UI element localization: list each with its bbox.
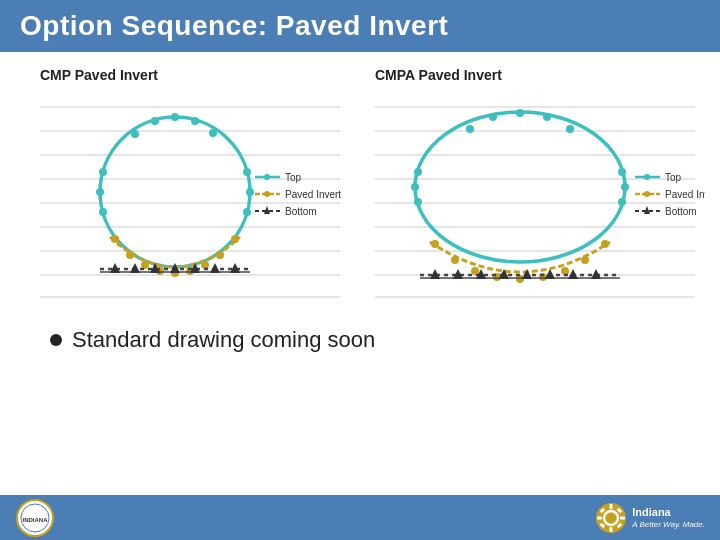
footer: INDIANA Indiana A Better Way. Made. xyxy=(0,495,720,540)
charts-row: CMP Paved Invert xyxy=(30,67,690,307)
cmpa-chart-title: CMPA Paved Invert xyxy=(365,67,502,83)
svg-point-67 xyxy=(621,183,629,191)
cmpa-chart-area: Top Paved Invert Bottom xyxy=(365,87,685,307)
svg-point-12 xyxy=(171,113,179,121)
cmp-chart-title: CMP Paved Invert xyxy=(30,67,158,83)
cmpa-chart-block: CMPA Paved Invert xyxy=(365,67,690,307)
svg-point-64 xyxy=(411,183,419,191)
svg-marker-33 xyxy=(130,263,140,273)
page-header: Option Sequence: Paved Invert xyxy=(0,0,720,52)
svg-point-89 xyxy=(644,174,650,180)
header-title: Option Sequence: Paved Invert xyxy=(20,10,448,41)
cmp-chart-block: CMP Paved Invert xyxy=(30,67,355,307)
svg-point-77 xyxy=(601,240,609,248)
bullet-section: Standard drawing coming soon xyxy=(30,327,690,353)
svg-text:Bottom: Bottom xyxy=(665,206,697,217)
svg-text:Paved Invert: Paved Invert xyxy=(665,189,705,200)
indiana-branding: Indiana A Better Way. Made. xyxy=(632,506,705,528)
svg-text:Paved Invert: Paved Invert xyxy=(285,189,341,200)
svg-marker-37 xyxy=(210,263,220,273)
svg-point-11 xyxy=(151,117,159,125)
svg-point-14 xyxy=(209,129,217,137)
svg-point-17 xyxy=(99,208,107,216)
state-seal-logo: INDIANA xyxy=(15,499,55,537)
svg-point-69 xyxy=(431,240,439,248)
svg-point-58 xyxy=(466,125,474,133)
svg-point-60 xyxy=(516,109,524,117)
indiana-label: Indiana xyxy=(632,506,705,519)
footer-right-logo: Indiana A Better Way. Made. xyxy=(595,502,705,534)
gear-icon xyxy=(595,502,627,534)
cmp-chart-svg: Top Paved Invert Bottom xyxy=(30,87,350,307)
svg-point-92 xyxy=(644,191,650,197)
svg-text:Top: Top xyxy=(665,172,682,183)
svg-point-15 xyxy=(99,168,107,176)
svg-point-63 xyxy=(414,168,422,176)
svg-rect-105 xyxy=(620,516,625,519)
indiana-sub: A Better Way. Made. xyxy=(632,520,705,529)
svg-marker-86 xyxy=(568,269,578,279)
svg-text:Bottom: Bottom xyxy=(285,206,317,217)
bullet-text: Standard drawing coming soon xyxy=(72,327,375,353)
bullet-icon xyxy=(50,334,62,346)
svg-point-16 xyxy=(96,188,104,196)
svg-point-20 xyxy=(243,208,251,216)
svg-point-76 xyxy=(581,256,589,264)
svg-point-40 xyxy=(264,174,270,180)
svg-point-18 xyxy=(243,168,251,176)
svg-rect-104 xyxy=(597,516,602,519)
svg-rect-103 xyxy=(610,527,613,532)
svg-point-62 xyxy=(566,125,574,133)
cmp-chart-area: Top Paved Invert Bottom xyxy=(30,87,350,307)
svg-point-19 xyxy=(246,188,254,196)
svg-point-61 xyxy=(543,113,551,121)
svg-point-10 xyxy=(131,130,139,138)
svg-point-21 xyxy=(111,235,119,243)
svg-point-66 xyxy=(618,168,626,176)
svg-point-59 xyxy=(489,113,497,121)
svg-point-9 xyxy=(100,117,250,267)
cmpa-chart-svg: Top Paved Invert Bottom xyxy=(365,87,705,307)
svg-point-22 xyxy=(126,251,134,259)
svg-text:Top: Top xyxy=(285,172,302,183)
main-content: CMP Paved Invert xyxy=(0,52,720,363)
svg-point-28 xyxy=(216,251,224,259)
svg-point-70 xyxy=(451,256,459,264)
svg-point-68 xyxy=(618,198,626,206)
svg-point-43 xyxy=(264,191,270,197)
svg-point-29 xyxy=(231,235,239,243)
svg-text:INDIANA: INDIANA xyxy=(23,517,49,523)
svg-point-57 xyxy=(415,112,625,262)
svg-point-65 xyxy=(414,198,422,206)
svg-point-13 xyxy=(191,117,199,125)
svg-rect-102 xyxy=(610,504,613,509)
